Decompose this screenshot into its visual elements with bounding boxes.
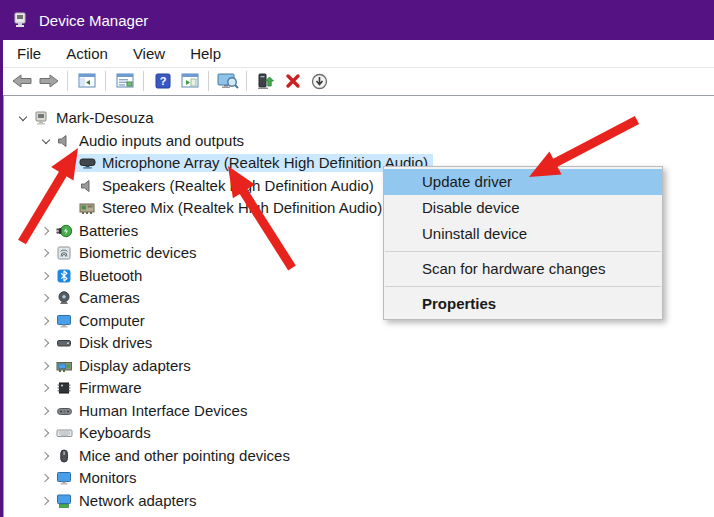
toolbar: ?: [3, 68, 714, 94]
properties-window-icon[interactable]: [111, 69, 138, 93]
window-left-border: [0, 40, 3, 517]
bluetooth-icon: [55, 268, 73, 284]
speaker-icon: [78, 178, 96, 194]
tree-item-label: Network adapters: [79, 493, 197, 509]
tree-item-label: Audio inputs and outputs: [79, 133, 244, 149]
context-menu-item-update-driver[interactable]: Update driver: [384, 169, 662, 195]
chevron-down-icon[interactable]: [16, 111, 30, 125]
mouse-icon: [55, 448, 73, 464]
monitor-icon: [55, 470, 73, 486]
tree-item-label: Display adapters: [79, 358, 191, 374]
context-menu-separator: [385, 251, 661, 252]
display-adapter-icon: [55, 358, 73, 374]
action-pane-icon[interactable]: [176, 69, 203, 93]
chevron-right-icon[interactable]: [39, 246, 53, 260]
chevron-placeholder: [62, 156, 76, 170]
toolbar-separator: [67, 71, 68, 91]
sound-card-icon: [78, 200, 96, 216]
tree-item-audio-inputs[interactable]: Audio inputs and outputs: [4, 130, 714, 153]
chevron-right-icon[interactable]: [39, 314, 53, 328]
tree-item-monitors[interactable]: Monitors: [4, 467, 714, 490]
tree-item-label: Monitors: [79, 470, 137, 486]
disable-device-icon[interactable]: [306, 69, 333, 93]
context-menu-separator: [385, 286, 661, 287]
toolbar-separator: [105, 71, 106, 91]
tree-item-computer-root[interactable]: Mark-Desouza: [4, 107, 714, 130]
title-bar: Device Manager: [0, 0, 714, 40]
tree-item-disk-drives[interactable]: Disk drives: [4, 332, 714, 355]
context-menu-item-scan-hardware[interactable]: Scan for hardware changes: [384, 256, 662, 282]
menu-action[interactable]: Action: [63, 43, 111, 64]
keyboard-icon: [55, 425, 73, 441]
chevron-placeholder: [62, 201, 76, 215]
menu-view[interactable]: View: [130, 43, 168, 64]
chevron-right-icon[interactable]: [39, 269, 53, 283]
help-icon[interactable]: ?: [149, 69, 176, 93]
menu-help[interactable]: Help: [187, 43, 224, 64]
toolbar-separator: [143, 71, 144, 91]
audio-endpoint-icon: [78, 155, 96, 171]
camera-icon: [55, 290, 73, 306]
battery-icon: [55, 223, 73, 239]
tree-item-label: Biometric devices: [79, 245, 197, 261]
chevron-right-icon[interactable]: [39, 359, 53, 373]
tree-item-label: Human Interface Devices: [79, 403, 247, 419]
context-menu-item-uninstall-device[interactable]: Uninstall device: [384, 221, 662, 247]
chevron-right-icon[interactable]: [39, 494, 53, 508]
gamepad-icon: [55, 403, 73, 419]
chevron-placeholder: [62, 179, 76, 193]
tree-item-label: Mark-Desouza: [56, 110, 154, 126]
tree-item-mice[interactable]: Mice and other pointing devices: [4, 445, 714, 468]
tree-item-label: Firmware: [79, 380, 142, 396]
tree-item-display-adapters[interactable]: Display adapters: [4, 355, 714, 378]
tree-item-firmware[interactable]: Firmware: [4, 377, 714, 400]
tree-item-label: Cameras: [79, 290, 140, 306]
update-driver-icon[interactable]: [252, 69, 279, 93]
chevron-right-icon[interactable]: [39, 449, 53, 463]
fingerprint-icon: [55, 245, 73, 261]
chevron-down-icon[interactable]: [39, 134, 53, 148]
chevron-right-icon[interactable]: [39, 426, 53, 440]
chip-icon: [55, 380, 73, 396]
disk-icon: [55, 335, 73, 351]
chevron-right-icon[interactable]: [39, 471, 53, 485]
chevron-right-icon[interactable]: [39, 381, 53, 395]
back-icon[interactable]: [8, 69, 35, 93]
speaker-icon: [55, 133, 73, 149]
tree-item-label: Mice and other pointing devices: [79, 448, 290, 464]
uninstall-device-icon[interactable]: [279, 69, 306, 93]
tree-item-hid[interactable]: Human Interface Devices: [4, 400, 714, 423]
tree-item-network-adapters[interactable]: Network adapters: [4, 490, 714, 513]
menu-bar: File Action View Help: [3, 40, 714, 68]
tree-item-keyboards[interactable]: Keyboards: [4, 422, 714, 445]
tree-item-label: Batteries: [79, 223, 138, 239]
device-manager-window: Device Manager File Action View Help: [0, 0, 714, 517]
svg-text:?: ?: [159, 75, 166, 87]
tree-item-label: Stereo Mix (Realtek High Definition Audi…: [102, 200, 382, 216]
toolbar-separator: [246, 71, 247, 91]
window-title: Device Manager: [39, 12, 148, 29]
tree-item-label: Bluetooth: [79, 268, 142, 284]
chevron-right-icon[interactable]: [39, 291, 53, 305]
tree-item-label: Computer: [79, 313, 145, 329]
tree-item-label: Keyboards: [79, 425, 151, 441]
chevron-right-icon[interactable]: [39, 224, 53, 238]
show-console-tree-icon[interactable]: [73, 69, 100, 93]
chevron-right-icon[interactable]: [39, 336, 53, 350]
tree-item-label: Disk drives: [79, 335, 152, 351]
context-menu-item-disable-device[interactable]: Disable device: [384, 195, 662, 221]
toolbar-separator: [208, 71, 209, 91]
scan-hardware-icon[interactable]: [214, 69, 241, 93]
forward-icon[interactable]: [35, 69, 62, 93]
tree-item-label: Microphone Array (Realtek High Definitio…: [102, 155, 428, 171]
menu-file[interactable]: File: [14, 43, 44, 64]
computer-root-icon: [32, 110, 50, 126]
tree-item-label: Speakers (Realtek High Definition Audio): [102, 178, 374, 194]
chevron-right-icon[interactable]: [39, 404, 53, 418]
device-manager-app-icon: [11, 11, 29, 29]
context-menu: Update driver Disable device Uninstall d…: [383, 166, 663, 320]
monitor-icon: [55, 313, 73, 329]
network-adapter-icon: [55, 493, 73, 509]
context-menu-item-properties[interactable]: Properties: [384, 291, 662, 317]
